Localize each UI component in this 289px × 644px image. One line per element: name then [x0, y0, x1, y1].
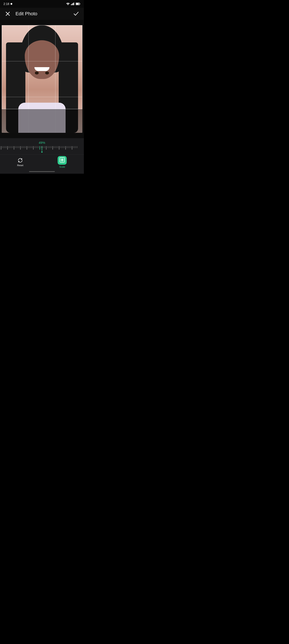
- svg-rect-7: [76, 3, 79, 5]
- home-indicator: [0, 170, 84, 174]
- photo-canvas[interactable]: [0, 20, 84, 138]
- tool-reset-label: Reset: [17, 164, 23, 166]
- svg-rect-2: [72, 4, 72, 5]
- svg-rect-6: [80, 4, 80, 4]
- svg-rect-1: [71, 4, 72, 5]
- bottom-toolbar: Reset Scale: [0, 154, 84, 170]
- tool-scale-label: Scale: [59, 166, 65, 168]
- ruler-indicator-dot: [41, 151, 42, 152]
- top-bar: Edit Photo: [0, 8, 84, 20]
- reset-icon: [17, 158, 23, 163]
- svg-rect-4: [73, 2, 74, 5]
- tool-scale[interactable]: Scale: [53, 154, 71, 170]
- status-bar: 2:18: [0, 0, 84, 8]
- tool-reset[interactable]: Reset: [13, 156, 28, 168]
- status-time: 2:18: [3, 2, 9, 6]
- svg-rect-13: [61, 159, 63, 160]
- shirt: [18, 103, 66, 133]
- notification-dot: [10, 3, 12, 5]
- close-button[interactable]: [3, 10, 12, 18]
- photo-wrapper: [2, 25, 82, 133]
- eyes: [35, 72, 49, 74]
- page-title: Edit Photo: [15, 11, 72, 16]
- slider-area: 49%: [0, 138, 84, 154]
- ruler-container[interactable]: [0, 146, 84, 152]
- ruler-track: [0, 146, 84, 150]
- scale-icon: [59, 157, 65, 163]
- scale-value: 49%: [0, 141, 84, 144]
- signal-icon: [71, 2, 74, 5]
- home-bar: [29, 171, 55, 172]
- svg-point-0: [68, 5, 68, 5]
- confirm-button[interactable]: [72, 10, 80, 18]
- battery-icon: [76, 2, 80, 5]
- status-icons: [66, 2, 80, 5]
- svg-rect-3: [73, 3, 73, 5]
- smile: [34, 67, 49, 71]
- wifi-icon: [66, 2, 70, 5]
- left-eye: [35, 72, 39, 74]
- right-eye: [45, 72, 49, 74]
